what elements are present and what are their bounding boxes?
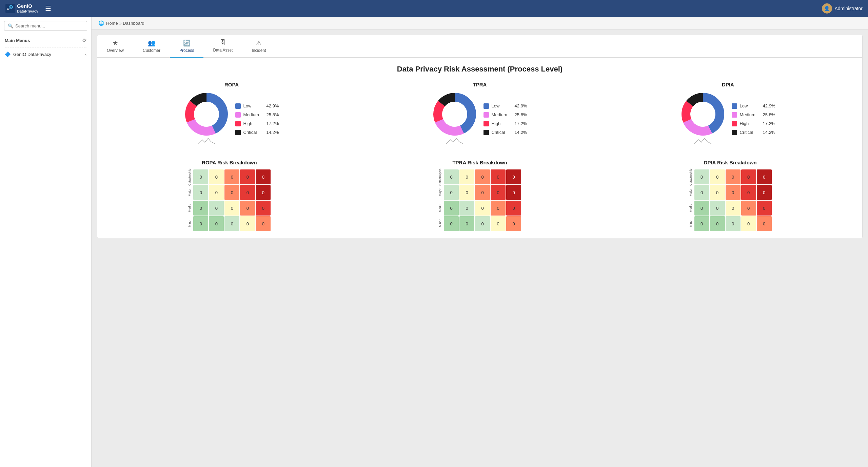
risk-cell: 0 [475, 169, 490, 184]
risk-cell: 0 [240, 201, 255, 216]
legend-item: Medium 25.8% [235, 112, 279, 118]
y-labels: CatastrophicMajorMediuMinor [438, 169, 442, 231]
svg-point-15 [445, 104, 465, 124]
tab-data-asset-label: Data Asset [213, 48, 233, 53]
risk-cell: 0 [459, 201, 474, 216]
tab-process[interactable]: 🔄 Process [170, 35, 203, 58]
y-label: Minor [188, 216, 191, 231]
sidebar-section-header: Main Menus ⟳ [0, 35, 91, 46]
risk-cell: 0 [726, 216, 741, 231]
chart-title: TPRA [473, 82, 487, 87]
legend-item: Critical 14.2% [732, 130, 775, 135]
hamburger-button[interactable]: ☰ [42, 3, 54, 14]
section-title: Data Privacy Risk Assessment (Process Le… [107, 65, 852, 74]
main-content: 🌐 Home » Dashboard ★ Overview 👥 Customer… [92, 17, 868, 467]
navbar: G GenIO DataPrivacy ☰ 👤 Administrator [0, 0, 868, 17]
legend-color-2 [732, 121, 737, 126]
risk-cell: 0 [506, 185, 521, 200]
risk-cell: 0 [506, 169, 521, 184]
refresh-icon[interactable]: ⟳ [82, 38, 86, 43]
sidebar-item-genio[interactable]: 🔷 GenIO DataPrivacy ‹ [0, 49, 91, 60]
legend-color-3 [235, 130, 241, 135]
risk-cell: 0 [444, 185, 459, 200]
chart-group-tpra: TPRA [433, 82, 527, 146]
tab-data-asset[interactable]: 🗄 Data Asset [203, 35, 242, 58]
tab-process-label: Process [179, 48, 194, 53]
tab-overview[interactable]: ★ Overview [97, 35, 133, 58]
svg-point-9 [196, 104, 217, 124]
navbar-right: 👤 Administrator [822, 3, 863, 14]
logo-text: GenIO DataPrivacy [17, 3, 38, 14]
legend-value: 17.2% [267, 121, 279, 126]
legend-label: Critical [740, 130, 760, 135]
legend-color-2 [484, 121, 489, 126]
risk-cell: 0 [224, 216, 239, 231]
svg-point-3 [10, 6, 12, 8]
chart-group-dpia: DPIA [681, 82, 775, 146]
risk-cell: 0 [694, 169, 709, 184]
logo-icon: G [5, 4, 15, 13]
risk-cell: 0 [475, 216, 490, 231]
y-label: Catastrophic [438, 170, 442, 185]
risk-cell: 0 [757, 169, 772, 184]
search-box[interactable]: 🔍 [4, 21, 87, 31]
sidebar: 🔍 Main Menus ⟳ 🔷 GenIO DataPrivacy ‹ [0, 17, 92, 467]
risk-cell: 0 [694, 216, 709, 231]
risk-cell: 0 [459, 216, 474, 231]
tab-overview-label: Overview [107, 48, 124, 53]
tab-incident-label: Incident [252, 48, 266, 53]
app-body: 🔍 Main Menus ⟳ 🔷 GenIO DataPrivacy ‹ 🌐 H… [0, 17, 868, 467]
risk-cell: 0 [209, 201, 224, 216]
risk-cell: 0 [741, 201, 756, 216]
legend-color-1 [732, 112, 737, 118]
legend-value: 42.9% [763, 103, 775, 108]
legend-value: 25.8% [763, 112, 775, 117]
risk-cell: 0 [475, 201, 490, 216]
risk-cell: 0 [240, 216, 255, 231]
breadcrumb-path: Home » Dashboard [106, 21, 144, 26]
legend-label: Low [492, 103, 512, 108]
risk-cell: 0 [240, 185, 255, 200]
data-asset-icon: 🗄 [220, 39, 226, 46]
search-input[interactable] [15, 23, 83, 28]
risk-cell: 0 [209, 185, 224, 200]
svg-point-21 [693, 104, 713, 124]
legend-item: Low 42.9% [732, 103, 775, 109]
risk-cell: 0 [741, 169, 756, 184]
legend-value: 25.8% [267, 112, 279, 117]
legend-value: 42.9% [515, 103, 527, 108]
breadcrumb: 🌐 Home » Dashboard [92, 17, 868, 29]
legend-color-3 [732, 130, 737, 135]
legend-item: Critical 14.2% [235, 130, 279, 135]
legend-label: Critical [492, 130, 512, 135]
sidebar-item-label: GenIO DataPrivacy [13, 52, 51, 57]
dashboard-panel: ★ Overview 👥 Customer 🔄 Process 🗄 Data A… [97, 35, 863, 238]
y-label: Major [438, 185, 442, 200]
risk-cell: 0 [256, 169, 271, 184]
risk-matrix: 00000000000000000000 [694, 169, 772, 231]
legend-item: High 17.2% [235, 121, 279, 126]
risk-cell: 0 [459, 185, 474, 200]
legend-label: Medium [492, 112, 512, 117]
legend-label: High [243, 121, 264, 126]
tab-customer[interactable]: 👥 Customer [133, 35, 170, 58]
chart-title: DPIA [722, 82, 734, 87]
tab-incident[interactable]: ⚠ Incident [242, 35, 275, 58]
legend-label: Medium [740, 112, 760, 117]
risk-cell: 0 [240, 169, 255, 184]
breadcrumb-icon: 🌐 [98, 20, 104, 26]
risk-matrix-wrapper: CatastrophicMajorMediuMinor 000000000000… [188, 169, 271, 231]
risk-cell: 0 [710, 169, 725, 184]
y-label: Minor [438, 216, 442, 231]
donut-svg [681, 92, 725, 136]
risk-matrix: 00000000000000000000 [193, 169, 271, 231]
mountain-icon [184, 138, 229, 146]
breakdown-group-tprariskbreakdown: TPRA Risk Breakdown CatastrophicMajorMed… [358, 160, 602, 231]
risk-cell: 0 [726, 169, 741, 184]
risk-cell: 0 [459, 169, 474, 184]
risk-cell: 0 [491, 201, 506, 216]
chart-title: ROPA [224, 82, 239, 87]
logo: G GenIO DataPrivacy [5, 3, 38, 14]
risk-cell: 0 [193, 185, 208, 200]
donut-container [433, 92, 477, 136]
